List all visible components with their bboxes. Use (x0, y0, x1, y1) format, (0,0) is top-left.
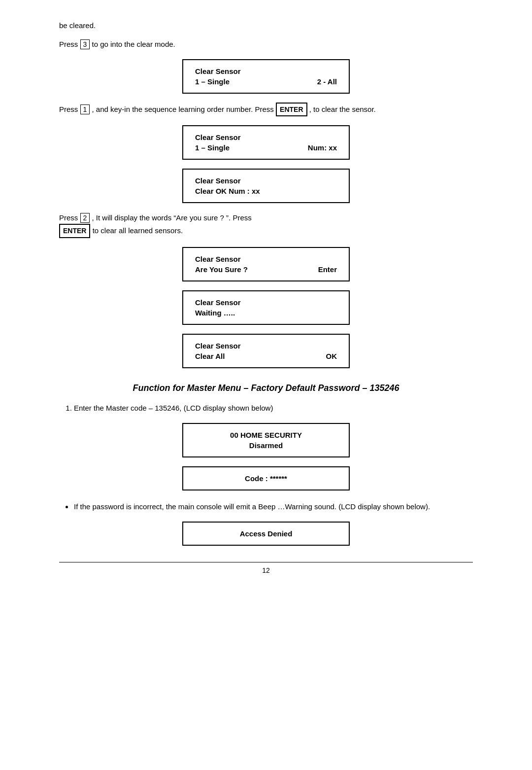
lcd-code-line1: Code : ****** (195, 474, 337, 483)
press-2-middle: , It will display the words “Are you sur… (92, 213, 251, 222)
enter-key-1: ENTER (276, 103, 307, 116)
press-2-suffix: to clear all learned sensors. (93, 226, 183, 235)
page-content: be cleared. Press 3 to go into the clear… (0, 0, 532, 584)
lcd6-line2: Clear All OK (195, 352, 337, 360)
lcd3-line1: Clear Sensor (195, 176, 337, 185)
lcd4-line2-right: Enter (318, 265, 337, 274)
lcd4-line2-left: Are You Sure ? (195, 265, 248, 274)
key-3: 3 (80, 39, 90, 49)
lcd2-line1: Clear Sensor (195, 133, 337, 141)
lcd-access-line1: Access Denied (195, 529, 337, 538)
lcd6-line1: Clear Sensor (195, 342, 337, 350)
lcd1-line2: 1 – Single 2 - All (195, 77, 337, 86)
lcd2-line2-left: 1 – Single (195, 143, 230, 152)
lcd1-line1: Clear Sensor (195, 67, 337, 75)
bullet-list: If the password is incorrect, the main c… (59, 499, 473, 513)
lcd2-line2-right: Num: xx (308, 143, 337, 152)
lcd1-line2-left: 1 – Single (195, 77, 230, 86)
press-2-text: Press (59, 213, 78, 222)
list-item-1: Enter the Master code – 135246, (LCD dis… (74, 402, 473, 414)
lcd-box-home: 00 HOME SECURITY Disarmed (182, 423, 350, 457)
intro-text: be cleared. (59, 20, 473, 32)
press-1-paragraph: Press 1 , and key-in the sequence learni… (59, 103, 473, 116)
bullet-item-1: If the password is incorrect, the main c… (74, 499, 473, 513)
lcd4-line2: Are You Sure ? Enter (195, 265, 337, 274)
ordered-list: Enter the Master code – 135246, (LCD dis… (59, 402, 473, 414)
press-3-text: Press (59, 40, 78, 48)
lcd-box-1: Clear Sensor 1 – Single 2 - All (182, 59, 350, 94)
press-3-paragraph: Press 3 to go into the clear mode. (59, 38, 473, 50)
lcd3-line2: Clear OK Num : xx (195, 187, 337, 195)
press-1-suffix: , to clear the sensor. (309, 105, 376, 113)
lcd6-line2-right: OK (326, 352, 337, 360)
lcd-box-code: Code : ****** (182, 466, 350, 490)
lcd-box-4: Clear Sensor Are You Sure ? Enter (182, 247, 350, 281)
lcd-home-line1: 00 HOME SECURITY (195, 431, 337, 439)
page-footer: 12 (59, 562, 473, 574)
bullet-item-1-text: If the password is incorrect, the main c… (74, 502, 430, 511)
lcd1-line2-right: 2 - All (317, 77, 337, 86)
lcd-home-line2: Disarmed (195, 441, 337, 450)
lcd4-line1: Clear Sensor (195, 255, 337, 263)
press-1-text: Press (59, 105, 78, 113)
lcd5-line2: Waiting ….. (195, 309, 337, 317)
lcd2-line2: 1 – Single Num: xx (195, 143, 337, 152)
key-1: 1 (80, 105, 90, 114)
press-3-suffix: to go into the clear mode. (92, 40, 175, 48)
lcd-box-access: Access Denied (182, 522, 350, 546)
lcd-box-5: Clear Sensor Waiting ….. (182, 290, 350, 325)
key-2: 2 (80, 213, 90, 223)
lcd-box-3: Clear Sensor Clear OK Num : xx (182, 169, 350, 203)
enter-key-2: ENTER (59, 224, 90, 238)
page-number: 12 (262, 566, 270, 574)
section-heading: Function for Master Menu – Factory Defau… (59, 383, 473, 393)
list-item-1-text: Enter the Master code – 135246, (LCD dis… (74, 404, 273, 412)
lcd5-line1: Clear Sensor (195, 298, 337, 307)
lcd6-line2-left: Clear All (195, 352, 225, 360)
press-2-paragraph: Press 2 , It will display the words “Are… (59, 212, 473, 238)
press-1-middle: , and key-in the sequence learning order… (92, 105, 273, 113)
lcd-box-2: Clear Sensor 1 – Single Num: xx (182, 125, 350, 160)
lcd-box-6: Clear Sensor Clear All OK (182, 334, 350, 368)
